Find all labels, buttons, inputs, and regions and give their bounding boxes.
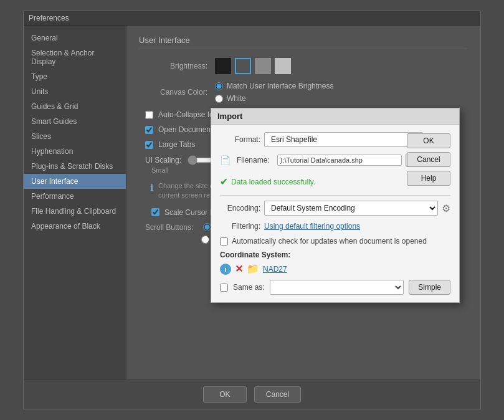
format-select[interactable]: Esri Shapefile — [264, 132, 423, 147]
same-as-row: Same as: Simple — [220, 280, 450, 295]
simple-button[interactable]: Simple — [409, 280, 450, 295]
encoding-label: Encoding: — [220, 204, 260, 212]
coord-info-icon[interactable]: i — [220, 264, 231, 275]
info-icon: ℹ — [150, 182, 153, 194]
import-title-bar: Import — [211, 108, 459, 125]
sidebar-item-guides[interactable]: Guides & Grid — [24, 99, 126, 114]
large-tabs-checkbox[interactable] — [145, 141, 153, 149]
brightness-swatch-medium[interactable] — [255, 58, 271, 74]
ok-button[interactable]: OK — [203, 386, 247, 403]
title-bar: Preferences — [24, 11, 480, 26]
brightness-swatch-light[interactable] — [275, 58, 291, 74]
brightness-label: Brightness: — [139, 62, 207, 70]
same-as-label: Same as: — [233, 283, 265, 292]
success-text: Data loaded successfully. — [231, 178, 315, 186]
sidebar-item-hyphenation[interactable]: Hyphenation — [24, 144, 126, 159]
canvas-match-radio[interactable]: Match User Interface Brightness — [215, 82, 333, 90]
brightness-swatch-black[interactable] — [215, 58, 231, 74]
sidebar: General Selection & Anchor Display Type … — [24, 26, 126, 379]
canvas-match-input[interactable] — [215, 82, 223, 90]
sidebar-item-type[interactable]: Type — [24, 69, 126, 84]
import-cancel-button[interactable]: Cancel — [407, 152, 450, 167]
canvas-color-row: Canvas Color: Match User Interface Brigh… — [139, 82, 468, 103]
scroll-together-input[interactable] — [201, 236, 209, 244]
encoding-row: Encoding: Default System Encoding ⚙ — [220, 201, 450, 216]
sidebar-item-smart-guides[interactable]: Smart Guides — [24, 114, 126, 129]
canvas-white-radio[interactable]: White — [215, 94, 333, 103]
sidebar-item-slices[interactable]: Slices — [24, 129, 126, 144]
filtering-label: Filtering: — [220, 222, 260, 231]
ui-scaling-label: UI Scaling: — [145, 156, 181, 165]
sidebar-item-file-handling[interactable]: File Handling & Clipboard — [24, 204, 126, 219]
bottom-bar: OK Cancel — [24, 379, 480, 409]
canvas-white-input[interactable] — [215, 95, 223, 103]
filtering-link[interactable]: Using default filtering options — [264, 222, 360, 231]
import-body: OK Cancel Help Format: Esri Shapefile ⚙ … — [211, 125, 459, 302]
coord-row: i ✕ 📁 NAD27 — [220, 263, 450, 275]
brightness-swatch-dark[interactable] — [235, 58, 251, 74]
sidebar-item-performance[interactable]: Performance — [24, 189, 126, 204]
coord-x-icon[interactable]: ✕ — [235, 263, 243, 275]
sidebar-item-units[interactable]: Units — [24, 84, 126, 99]
scale-cursor-checkbox[interactable] — [151, 208, 159, 216]
check-icon: ✔ — [220, 176, 228, 188]
same-as-select[interactable] — [270, 280, 404, 295]
sidebar-item-general[interactable]: General — [24, 31, 126, 45]
sidebar-item-user-interface[interactable]: User Interface — [24, 174, 126, 189]
filename-label: Filename: — [237, 156, 270, 165]
window-title: Preferences — [29, 14, 69, 22]
import-dialog: Import OK Cancel Help Format: Esri Shape… — [211, 108, 460, 303]
import-help-button[interactable]: Help — [407, 171, 450, 186]
import-action-buttons: OK Cancel Help — [407, 133, 450, 186]
sidebar-item-appearance[interactable]: Appearance of Black — [24, 219, 126, 234]
sidebar-item-plugins[interactable]: Plug-ins & Scratch Disks — [24, 159, 126, 174]
cancel-button[interactable]: Cancel — [254, 386, 301, 403]
scroll-buttons-label: Scroll Buttons: — [145, 223, 193, 232]
auto-check-checkbox[interactable] — [220, 237, 228, 246]
large-tabs-label: Large Tabs — [158, 140, 195, 149]
same-as-checkbox[interactable] — [220, 284, 228, 292]
section-title: User Interface — [139, 36, 468, 49]
coord-system-title: Coordinate System: — [220, 251, 450, 259]
file-doc-icon: 📄 — [220, 155, 231, 165]
filtering-row: Filtering: Using default filtering optio… — [220, 222, 450, 231]
coord-folder-icon[interactable]: 📁 — [247, 263, 259, 275]
open-docs-checkbox[interactable] — [145, 126, 153, 134]
format-label: Format: — [220, 135, 260, 144]
brightness-row: Brightness: — [139, 58, 468, 74]
auto-collapse-checkbox[interactable] — [145, 111, 153, 119]
encoding-settings-icon[interactable]: ⚙ — [442, 203, 450, 214]
brightness-swatches — [215, 58, 291, 74]
auto-check-label: Automatically check for updates when doc… — [232, 237, 427, 246]
auto-check-row: Automatically check for updates when doc… — [220, 237, 450, 246]
canvas-color-options: Match User Interface Brightness White — [215, 82, 333, 103]
filename-area: ):\Tutorial Data\canada.shp — [277, 155, 402, 166]
filename-text: ):\Tutorial Data\canada.shp — [280, 156, 399, 164]
preferences-window: Preferences General Selection & Anchor D… — [23, 11, 481, 409]
encoding-select[interactable]: Default System Encoding — [264, 201, 438, 216]
canvas-color-label: Canvas Color: — [139, 88, 207, 97]
coord-link[interactable]: NAD27 — [263, 265, 287, 274]
import-ok-button[interactable]: OK — [407, 133, 450, 148]
sidebar-item-selection[interactable]: Selection & Anchor Display — [24, 45, 126, 69]
